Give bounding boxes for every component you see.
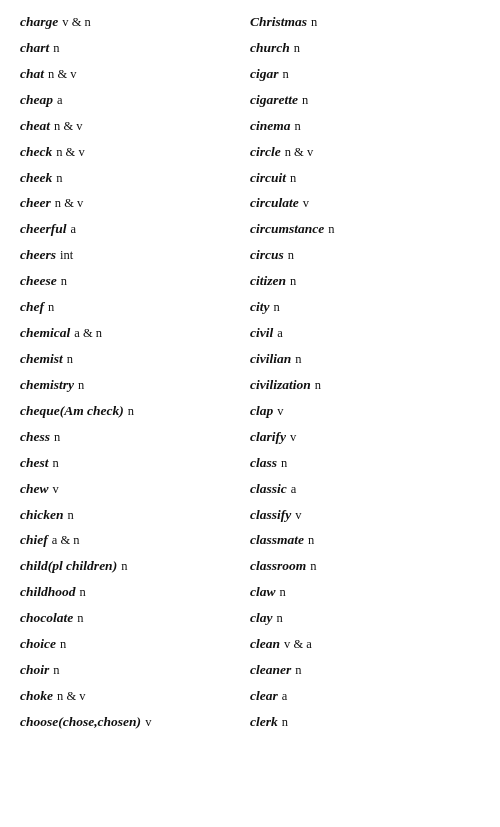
pos-label: n (283, 65, 289, 84)
list-item: cheesen (20, 269, 250, 294)
pos-label: n (295, 117, 301, 136)
pos-label: n & v (56, 143, 84, 162)
pos-label: n (56, 169, 62, 188)
pos-label: v & n (62, 13, 90, 32)
list-item: cleara (250, 684, 480, 709)
list-item: civila (250, 321, 480, 346)
list-item: choirn (20, 658, 250, 683)
pos-label: n (54, 428, 60, 447)
word-label: cigar (250, 64, 279, 85)
list-item: cheque(Am check)n (20, 399, 250, 424)
list-item: churchn (250, 36, 480, 61)
word-label: chief (20, 530, 48, 551)
word-label: civil (250, 323, 273, 344)
pos-label: n (53, 661, 59, 680)
list-item: classmaten (250, 528, 480, 553)
pos-label: n (315, 376, 321, 395)
pos-label: n (274, 298, 280, 317)
pos-label: n (295, 661, 301, 680)
word-label: cigarette (250, 90, 298, 111)
right-column: Christmasnchurchncigarncigarettencineman… (250, 10, 480, 735)
pos-label: n (78, 376, 84, 395)
word-label: choose(chose,chosen) (20, 712, 141, 733)
list-item: cigaretten (250, 88, 480, 113)
list-item: cleanern (250, 658, 480, 683)
pos-label: a (291, 480, 297, 499)
list-item: cigarn (250, 62, 480, 87)
word-label: check (20, 142, 52, 163)
list-item: classifyv (250, 503, 480, 528)
list-item: clarifyv (250, 425, 480, 450)
list-item: circulatev (250, 191, 480, 216)
word-label: circle (250, 142, 281, 163)
list-item: chiefa & n (20, 528, 250, 553)
word-label: clean (250, 634, 280, 655)
pos-label: n & v (55, 194, 83, 213)
list-item: choicen (20, 632, 250, 657)
pos-label: n (282, 713, 288, 732)
word-label: chemical (20, 323, 70, 344)
pos-label: a (71, 220, 77, 239)
pos-label: n & v (285, 143, 313, 162)
list-item: chatn & v (20, 62, 250, 87)
list-item: chessn (20, 425, 250, 450)
word-label: civilization (250, 375, 311, 396)
list-item: classica (250, 477, 480, 502)
pos-label: v & a (284, 635, 312, 654)
pos-label: a (277, 324, 283, 343)
word-label: claw (250, 582, 276, 603)
list-item: chewv (20, 477, 250, 502)
list-item: civilizationn (250, 373, 480, 398)
list-item: clerkn (250, 710, 480, 735)
pos-label: n (53, 39, 59, 58)
list-item: classn (250, 451, 480, 476)
list-item: Christmasn (250, 10, 480, 35)
pos-label: n (290, 169, 296, 188)
pos-label: n (80, 583, 86, 602)
word-label: classroom (250, 556, 306, 577)
list-item: cineman (250, 114, 480, 139)
pos-label: a & n (74, 324, 102, 343)
word-label: choir (20, 660, 49, 681)
list-item: chocolaten (20, 606, 250, 631)
pos-label: n (311, 13, 317, 32)
word-label: civilian (250, 349, 291, 370)
word-label: class (250, 453, 277, 474)
word-label: cheerful (20, 219, 67, 240)
pos-label: n (308, 531, 314, 550)
pos-label: a & n (52, 531, 80, 550)
pos-label: n (128, 402, 134, 421)
list-item: chemicala & n (20, 321, 250, 346)
pos-label: n & v (48, 65, 76, 84)
list-item: childhoodn (20, 580, 250, 605)
pos-label: int (60, 246, 73, 265)
left-column: chargev & nchartnchatn & vcheapacheatn &… (20, 10, 250, 735)
word-label: circus (250, 245, 284, 266)
word-label: clerk (250, 712, 278, 733)
word-label: circulate (250, 193, 299, 214)
pos-label: n & v (57, 687, 85, 706)
list-item: classroomn (250, 554, 480, 579)
pos-label: n (48, 298, 54, 317)
list-item: cheatn & v (20, 114, 250, 139)
pos-label: v (303, 194, 309, 213)
pos-label: n (280, 583, 286, 602)
word-label: childhood (20, 582, 76, 603)
pos-label: n (295, 350, 301, 369)
pos-label: n (328, 220, 334, 239)
pos-label: n (77, 609, 83, 628)
word-label: chicken (20, 505, 64, 526)
pos-label: v (290, 428, 296, 447)
list-item: circumstancen (250, 217, 480, 242)
pos-label: v (277, 402, 283, 421)
word-label: charge (20, 12, 58, 33)
word-label: classmate (250, 530, 304, 551)
list-item: chefn (20, 295, 250, 320)
word-label: Christmas (250, 12, 307, 33)
word-label: classify (250, 505, 291, 526)
list-item: clawn (250, 580, 480, 605)
pos-label: v (145, 713, 151, 732)
pos-label: v (295, 506, 301, 525)
word-label: cheer (20, 193, 51, 214)
pos-label: n (277, 609, 283, 628)
